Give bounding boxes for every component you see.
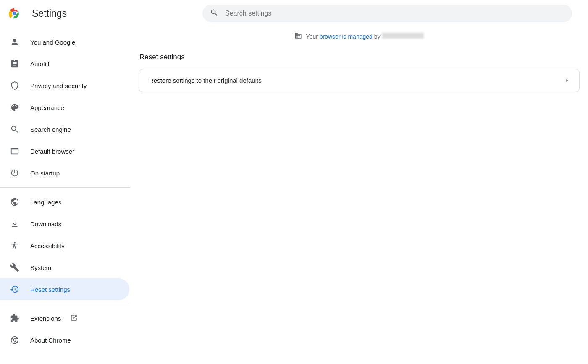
managed-org-redacted [382, 33, 424, 39]
search-settings-bar[interactable] [202, 5, 572, 22]
clipboard-icon [10, 59, 19, 68]
chevron-right-icon [565, 77, 569, 84]
sidebar-item-label: On startup [30, 170, 60, 177]
sidebar-item-label: Default browser [30, 148, 74, 155]
svg-point-1 [13, 12, 16, 15]
sidebar-item-label: Accessibility [30, 242, 65, 249]
sidebar-item-label: Autofill [30, 60, 49, 68]
browser-icon [10, 147, 19, 156]
sidebar-item-label: About Chrome [30, 337, 71, 344]
managed-suffix: by [373, 33, 382, 40]
sidebar-item-autofill[interactable]: Autofill [0, 53, 129, 75]
managed-notice: Your browser is managed by [139, 27, 580, 45]
sidebar-item-label: Privacy and security [30, 82, 87, 89]
extension-icon [10, 314, 19, 323]
main-content: Your browser is managed by Reset setting… [130, 27, 588, 364]
sidebar: You and Google Autofill Privacy and secu… [0, 27, 130, 364]
sidebar-item-label: Downloads [30, 220, 61, 228]
browser-managed-link[interactable]: browser is managed [320, 33, 373, 40]
sidebar-item-languages[interactable]: Languages [0, 191, 129, 213]
sidebar-item-system[interactable]: System [0, 257, 129, 278]
person-icon [10, 37, 19, 47]
sidebar-item-label: Languages [30, 199, 61, 206]
sidebar-item-you-and-google[interactable]: You and Google [0, 31, 129, 53]
section-title: Reset settings [139, 53, 580, 61]
sidebar-item-accessibility[interactable]: Accessibility [0, 235, 129, 257]
sidebar-item-label: Appearance [30, 104, 64, 111]
restore-defaults-row[interactable]: Restore settings to their original defau… [139, 69, 579, 92]
sidebar-item-label: Reset settings [30, 286, 70, 293]
sidebar-item-default-browser[interactable]: Default browser [0, 140, 129, 162]
page-title: Settings [32, 8, 67, 19]
palette-icon [10, 103, 19, 112]
divider [0, 304, 130, 304]
search-input[interactable] [224, 9, 564, 18]
sidebar-item-on-startup[interactable]: On startup [0, 162, 129, 184]
sidebar-item-label: Extensions [30, 315, 61, 322]
sidebar-item-about-chrome[interactable]: About Chrome [0, 329, 129, 351]
sidebar-item-appearance[interactable]: Appearance [0, 97, 129, 118]
sidebar-item-privacy[interactable]: Privacy and security [0, 75, 129, 97]
domain-icon [294, 32, 302, 41]
divider [0, 187, 130, 188]
globe-icon [10, 197, 19, 207]
shield-icon [10, 81, 19, 90]
reset-settings-card: Restore settings to their original defau… [139, 69, 580, 92]
search-icon [10, 125, 19, 134]
sidebar-item-downloads[interactable]: Downloads [0, 213, 129, 235]
power-icon [10, 168, 19, 178]
open-in-new-icon [70, 314, 78, 323]
sidebar-item-extensions[interactable]: Extensions [0, 307, 129, 329]
sidebar-item-label: Search engine [30, 126, 71, 133]
sidebar-item-search-engine[interactable]: Search engine [0, 118, 129, 140]
sidebar-item-reset-settings[interactable]: Reset settings [0, 278, 129, 300]
chrome-outline-icon [10, 335, 19, 345]
restore-icon [10, 285, 19, 294]
download-icon [10, 219, 19, 228]
wrench-icon [10, 263, 19, 272]
restore-defaults-label: Restore settings to their original defau… [149, 77, 262, 84]
search-icon [210, 8, 218, 18]
chrome-logo-icon [8, 8, 20, 19]
accessibility-icon [10, 241, 19, 250]
sidebar-item-label: System [30, 264, 51, 271]
managed-prefix: Your [306, 33, 320, 40]
sidebar-item-label: You and Google [30, 39, 75, 46]
